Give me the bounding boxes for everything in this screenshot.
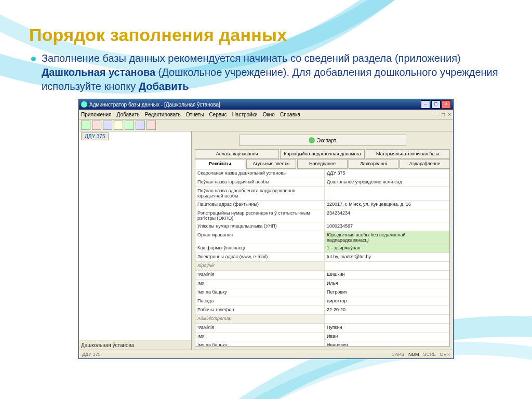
- status-num: NUM: [408, 352, 419, 357]
- grid-label: Адміністратар: [195, 315, 325, 323]
- toolbar-icon[interactable]: [114, 121, 123, 130]
- toolbar: [79, 119, 453, 131]
- menu-item[interactable]: Добавить: [117, 112, 140, 117]
- app-icon: [81, 101, 87, 108]
- tab[interactable]: Матэрыяльна-тэхнічная база: [366, 149, 450, 159]
- grid-value[interactable]: Пупкин: [325, 324, 449, 332]
- grid-value[interactable]: Иванович: [325, 341, 449, 347]
- menu-item[interactable]: Редактировать: [145, 112, 181, 117]
- grid-row[interactable]: ФаміліяПупкин: [195, 324, 449, 332]
- grid-value[interactable]: Иван: [325, 332, 449, 341]
- tab[interactable]: Аздараўленне: [400, 159, 450, 169]
- content-area: ДДУ 375 Дашкольная ўстанова Экспарт Апла…: [79, 131, 453, 350]
- grid-label: Код формы ўласнасці: [195, 244, 325, 252]
- status-bar: ДДУ 375 CAPS NUM SCRL OVR: [79, 350, 453, 358]
- grid-row[interactable]: ІмяИлья: [195, 280, 449, 288]
- grid-value[interactable]: директор: [325, 297, 449, 305]
- grid-label: Рабочы тэлефон: [195, 306, 325, 314]
- export-label: Экспарт: [317, 138, 337, 143]
- tab[interactable]: Аплата харчавання: [195, 149, 279, 159]
- grid-label: Імя па бацьку: [195, 288, 325, 297]
- toolbar-icon[interactable]: [125, 121, 134, 130]
- grid-value[interactable]: [325, 262, 449, 270]
- menu-item[interactable]: Сервис: [209, 112, 227, 117]
- mdi-close-button[interactable]: ×: [448, 112, 451, 117]
- grid-value[interactable]: [325, 315, 449, 323]
- toolbar-icon[interactable]: [147, 121, 156, 130]
- grid-value[interactable]: Дошкольное учреждение ясли-сад: [325, 178, 449, 187]
- grid-value[interactable]: 1000234567: [325, 222, 449, 231]
- tree-tab[interactable]: ДДУ 375: [81, 132, 109, 140]
- property-grid[interactable]: Скарочаная назва дашкольнай установыДДУ …: [195, 169, 450, 347]
- grid-value[interactable]: Шишкин: [325, 271, 449, 279]
- grid-label: Імя: [195, 332, 325, 341]
- menu-item[interactable]: Отчеты: [186, 112, 204, 117]
- grid-row[interactable]: Рэгістрацыйны нумар рэспандэнта ў статыс…: [195, 209, 449, 223]
- grid-row[interactable]: Адміністратар: [195, 315, 449, 324]
- grid-value[interactable]: 220017, г. Мінск, ул. Кунцевщина, д. 16: [325, 201, 449, 209]
- tab-selected[interactable]: Рэквізіты: [195, 159, 245, 169]
- grid-row[interactable]: Рабочы тэлефон22-20-20: [195, 306, 449, 315]
- tab[interactable]: Карэкцыйна-педагагічная дапамога: [280, 149, 364, 159]
- status-scrl: SCRL: [423, 352, 435, 357]
- grid-value[interactable]: Юрыдычныя асобы без ведамаснай падпарадк…: [325, 231, 449, 244]
- grid-row[interactable]: Імя па бацькуПетрович: [195, 288, 449, 297]
- toolbar-icon[interactable]: [103, 121, 112, 130]
- tab-strip: Аплата харчавання Карэкцыйна-педагагічна…: [192, 149, 453, 169]
- grid-value[interactable]: 22-20-20: [325, 306, 449, 314]
- grid-value[interactable]: Петрович: [325, 288, 449, 297]
- grid-value[interactable]: Илья: [325, 280, 449, 288]
- grid-label: Поўная назва адасобленага падраздзялення…: [195, 187, 325, 200]
- grid-value[interactable]: [325, 187, 449, 200]
- grid-row[interactable]: Уліковы нумар плацельшчыка (УНП)10002345…: [195, 222, 449, 231]
- minimize-button[interactable]: –: [421, 100, 430, 109]
- menu-item[interactable]: Приложения: [81, 112, 112, 117]
- mdi-restore-button[interactable]: □: [442, 112, 445, 117]
- grid-row[interactable]: Паштовы адрас (фактычны)220017, г. Мінск…: [195, 201, 449, 209]
- grid-row[interactable]: Электронны адрас (www, e-mail)tut.by, ma…: [195, 253, 449, 262]
- mdi-minimize-button[interactable]: –: [436, 112, 439, 117]
- grid-row[interactable]: ІмяИван: [195, 332, 449, 341]
- grid-value[interactable]: ДДУ 375: [325, 169, 449, 178]
- grid-row[interactable]: Код формы ўласнасці1 – дзяржаўная: [195, 244, 449, 253]
- maximize-button[interactable]: □: [431, 100, 441, 109]
- close-button[interactable]: ×: [442, 100, 451, 109]
- grid-label: Уліковы нумар плацельшчыка (УНП): [195, 222, 325, 231]
- grid-value[interactable]: 1 – дзяржаўная: [325, 244, 449, 252]
- left-panel: ДДУ 375 Дашкольная ўстанова: [79, 131, 192, 350]
- text-bold: Добавить: [139, 81, 189, 92]
- grid-label: Паштовы адрас (фактычны): [195, 201, 325, 209]
- slide-content: Порядок заполнения данных Заполнение баз…: [0, 0, 532, 399]
- grid-row[interactable]: Поўная назва адасобленага падраздзялення…: [195, 187, 449, 201]
- toolbar-icon[interactable]: [81, 121, 90, 130]
- toolbar-icon[interactable]: [92, 121, 101, 130]
- grid-row[interactable]: Пасададиректор: [195, 297, 449, 306]
- slide-title: Порядок заполнения данных: [29, 25, 503, 45]
- grid-row[interactable]: Скарочаная назва дашкольнай установыДДУ …: [195, 169, 449, 178]
- grid-label: Кіраўнік: [195, 262, 325, 270]
- status-caps: CAPS: [391, 352, 404, 357]
- tab[interactable]: Агульныя звесткі: [246, 159, 297, 169]
- export-button[interactable]: Экспарт: [239, 135, 406, 146]
- menu-item[interactable]: Окно: [263, 112, 275, 117]
- status-ovr: OVR: [440, 352, 450, 357]
- tree-body[interactable]: [79, 144, 191, 340]
- grid-label: Поўная назва юрыдычнай асобы: [195, 178, 325, 187]
- grid-row[interactable]: ФаміліяШишкин: [195, 271, 449, 280]
- app-window: Администратор базы данных - [Дашкольная …: [78, 99, 454, 359]
- menu-item[interactable]: Справка: [280, 112, 300, 117]
- grid-value[interactable]: 234234234: [325, 209, 449, 222]
- menu-item[interactable]: Настройки: [232, 112, 258, 117]
- toolbar-icon[interactable]: [136, 121, 145, 130]
- grid-value[interactable]: tut.by, market@tut.by: [325, 253, 449, 261]
- tab[interactable]: Захворванні: [349, 159, 399, 169]
- grid-row[interactable]: Орган кіраванняЮрыдычныя асобы без ведам…: [195, 231, 449, 244]
- grid-row[interactable]: Кіраўнік: [195, 262, 449, 271]
- tab[interactable]: Наведванне: [297, 159, 348, 169]
- grid-row[interactable]: Поўная назва юрыдычнай асобыДошкольное у…: [195, 178, 449, 187]
- right-panel: Экспарт Аплата харчавання Карэкцыйна-пед…: [192, 131, 453, 350]
- grid-row[interactable]: Імя па бацькуИванович: [195, 341, 449, 347]
- grid-label: Фамілія: [195, 324, 325, 332]
- grid-label: Імя па бацьку: [195, 341, 325, 347]
- window-title: Администратор базы данных - [Дашкольная …: [89, 102, 421, 108]
